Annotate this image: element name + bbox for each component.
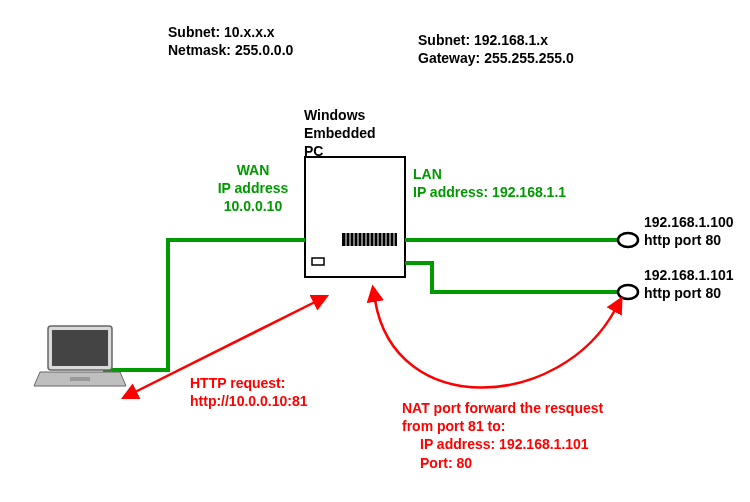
right-subnet-line2: Gateway: 255.255.255.0: [418, 50, 574, 66]
nat-line3: IP address: 192.168.1.101: [402, 435, 589, 453]
wan-addr-value: 10.0.0.10: [224, 198, 282, 214]
host2-port: http port 80: [644, 285, 721, 301]
right-subnet-line1: Subnet: 192.168.1.x: [418, 32, 548, 48]
lan-addr: IP address: 192.168.1.1: [413, 184, 566, 200]
windows-pc-icon: [305, 157, 405, 277]
http-request-url: http://10.0.0.10:81: [190, 393, 308, 409]
wan-title: WAN: [237, 162, 270, 178]
host1-node: [618, 233, 638, 247]
http-request-label: HTTP request: http://10.0.0.10:81: [190, 374, 308, 410]
svg-rect-19: [70, 377, 90, 381]
pc-title: Windows Embedded PC: [304, 106, 376, 161]
host2-node: [618, 285, 638, 299]
lan-link-host2: [405, 263, 620, 292]
host2-label: 192.168.1.101 http port 80: [644, 266, 734, 302]
host1-port: http port 80: [644, 232, 721, 248]
wan-link: [103, 240, 305, 370]
nat-line4: Port: 80: [402, 454, 472, 472]
wan-label: WAN IP address 10.0.0.10: [208, 161, 298, 216]
left-subnet-line1: Subnet: 10.x.x.x: [168, 24, 275, 40]
wan-addr-label: IP address: [218, 180, 289, 196]
pc-title-line2: Embedded: [304, 125, 376, 141]
lan-label: LAN IP address: 192.168.1.1: [413, 165, 566, 201]
laptop-icon: [34, 326, 126, 386]
nat-line1: NAT port forward the resquest: [402, 400, 603, 416]
right-subnet-label: Subnet: 192.168.1.x Gateway: 255.255.255…: [418, 31, 574, 67]
left-subnet-label: Subnet: 10.x.x.x Netmask: 255.0.0.0: [168, 23, 293, 59]
lan-title: LAN: [413, 166, 442, 182]
left-subnet-line2: Netmask: 255.0.0.0: [168, 42, 293, 58]
nat-forward-label: NAT port forward the resquest from port …: [402, 399, 603, 472]
nat-forward-arrow: [375, 300, 615, 388]
host1-label: 192.168.1.100 http port 80: [644, 213, 734, 249]
host2-ip: 192.168.1.101: [644, 267, 734, 283]
svg-rect-0: [305, 157, 405, 277]
pc-title-line1: Windows: [304, 107, 365, 123]
pc-title-line3: PC: [304, 143, 323, 159]
network-diagram: [0, 0, 750, 502]
nat-line2: from port 81 to:: [402, 418, 505, 434]
svg-rect-17: [52, 330, 108, 366]
host1-ip: 192.168.1.100: [644, 214, 734, 230]
http-request-title: HTTP request:: [190, 375, 285, 391]
